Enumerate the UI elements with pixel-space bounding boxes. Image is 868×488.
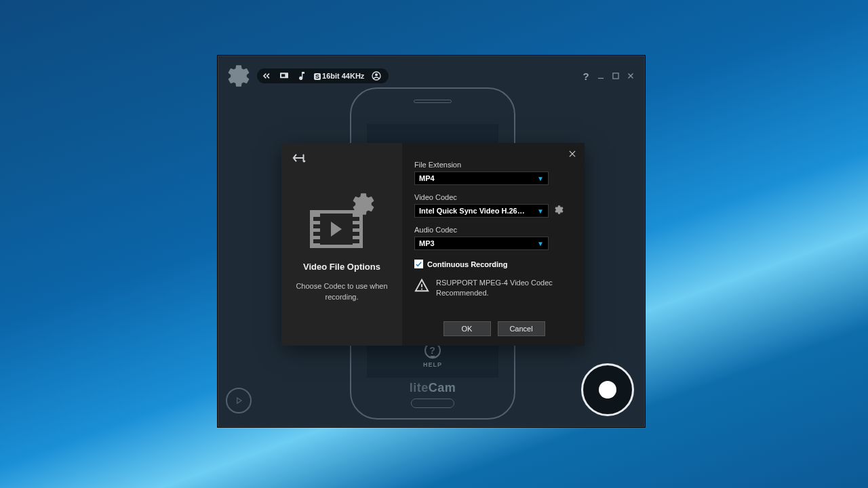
audio-codec-field: Audio Codec MP3 ▼ bbox=[414, 226, 574, 250]
video-file-options-dialog: Video File Options Choose Codec to use w… bbox=[281, 143, 585, 346]
audio-badge: S bbox=[314, 73, 321, 80]
close-button[interactable] bbox=[623, 68, 638, 83]
dialog-button-row: OK Cancel bbox=[414, 313, 574, 336]
screen-icon[interactable] bbox=[279, 70, 290, 81]
ok-button[interactable]: OK bbox=[443, 321, 491, 336]
codec-recommendation-note: RSUPPORT MPEG-4 Video Codec Recommended. bbox=[414, 278, 574, 298]
profile-icon[interactable] bbox=[371, 70, 382, 81]
chevron-down-icon: ▼ bbox=[537, 207, 544, 215]
help-button[interactable]: ? bbox=[578, 68, 593, 83]
video-options-icon bbox=[310, 194, 374, 248]
svg-point-3 bbox=[375, 73, 378, 76]
play-button[interactable] bbox=[226, 388, 252, 413]
file-extension-value: MP4 bbox=[419, 174, 435, 182]
svg-rect-5 bbox=[613, 73, 618, 79]
audio-codec-value: MP3 bbox=[419, 239, 435, 247]
chevron-down-icon: ▼ bbox=[537, 175, 544, 182]
cancel-button[interactable]: Cancel bbox=[498, 321, 545, 336]
video-codec-select[interactable]: Intel Quick Sync Video H.26… ▼ bbox=[414, 204, 549, 218]
record-button[interactable] bbox=[581, 363, 634, 416]
continuous-recording-checkbox[interactable]: Continuous Recording bbox=[414, 260, 574, 268]
settings-gear-icon[interactable] bbox=[224, 62, 253, 90]
status-pill[interactable]: S16bit 44KHz bbox=[257, 68, 389, 83]
music-note-icon[interactable] bbox=[296, 70, 307, 81]
file-extension-select[interactable]: MP4 ▼ bbox=[414, 171, 549, 185]
phone-speaker-icon bbox=[414, 100, 452, 103]
dialog-close-button[interactable] bbox=[568, 149, 577, 161]
audio-codec-select[interactable]: MP3 ▼ bbox=[414, 237, 549, 250]
video-codec-label: Video Codec bbox=[414, 193, 574, 201]
phone-home-icon bbox=[411, 399, 454, 408]
audio-format-label: S16bit 44KHz bbox=[314, 72, 364, 80]
file-extension-label: File Extension bbox=[414, 161, 574, 169]
chevron-down-icon: ▼ bbox=[537, 240, 544, 247]
svg-point-8 bbox=[421, 288, 422, 289]
dialog-left-panel: Video File Options Choose Codec to use w… bbox=[281, 143, 402, 346]
help-label: HELP bbox=[423, 361, 442, 368]
file-extension-field: File Extension MP4 ▼ bbox=[414, 161, 574, 185]
video-codec-field: Video Codec Intel Quick Sync Video H.26…… bbox=[414, 193, 574, 218]
maximize-button[interactable] bbox=[608, 68, 623, 83]
dialog-title: Video File Options bbox=[303, 262, 380, 272]
toolbar: S16bit 44KHz ? bbox=[224, 62, 638, 89]
back-button[interactable] bbox=[292, 152, 307, 165]
codec-recommendation-text: RSUPPORT MPEG-4 Video Codec Recommended. bbox=[436, 278, 574, 298]
brand-label: liteCam bbox=[410, 381, 456, 395]
dialog-right-panel: File Extension MP4 ▼ Video Codec Intel Q… bbox=[402, 143, 585, 346]
dialog-subtitle: Choose Codec to use when recording. bbox=[292, 281, 391, 303]
video-codec-settings-button[interactable] bbox=[554, 205, 564, 217]
audio-codec-label: Audio Codec bbox=[414, 226, 574, 234]
chevrons-left-icon[interactable] bbox=[261, 70, 272, 81]
svg-marker-6 bbox=[237, 398, 241, 403]
minimize-button[interactable] bbox=[593, 68, 608, 83]
continuous-recording-label: Continuous Recording bbox=[427, 260, 508, 268]
svg-rect-1 bbox=[281, 74, 285, 77]
help-button-phone[interactable]: ? HELP bbox=[412, 342, 453, 368]
warning-icon bbox=[414, 278, 429, 298]
checkbox-icon bbox=[414, 260, 423, 268]
video-codec-value: Intel Quick Sync Video H.26… bbox=[419, 207, 525, 215]
